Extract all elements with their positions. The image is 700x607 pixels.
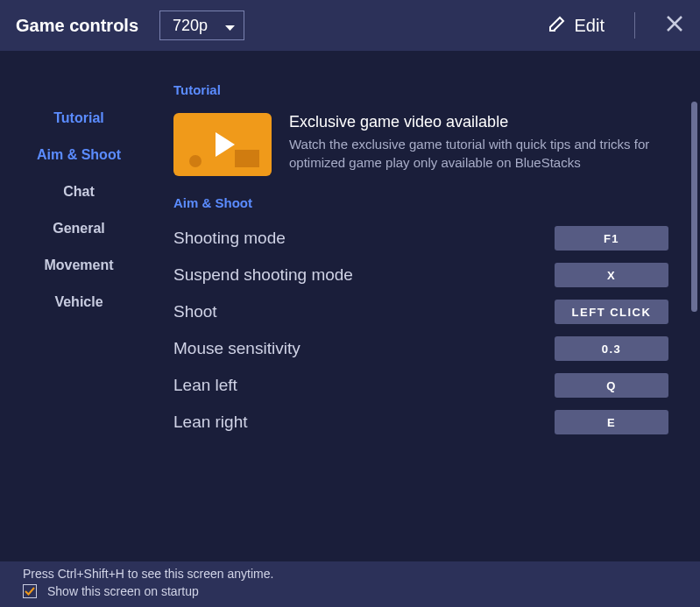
- tutorial-block: Exclusive game video available Watch the…: [173, 113, 668, 176]
- binding-row: Shoot LEFT CLICK: [173, 300, 668, 324]
- sidebar-item-aim-shoot[interactable]: Aim & Shoot: [37, 137, 121, 173]
- binding-label: Suspend shooting mode: [173, 265, 353, 285]
- sidebar-item-vehicle[interactable]: Vehicle: [54, 284, 103, 321]
- tutorial-video-description: Watch the exclusive game tutorial with q…: [289, 135, 668, 172]
- section-heading-aim-shoot: Aim & Shoot: [173, 195, 668, 210]
- scrollbar-thumb[interactable]: [691, 102, 697, 312]
- close-button[interactable]: [665, 14, 684, 37]
- binding-label: Mouse sensitivity: [173, 339, 301, 358]
- show-on-startup-checkbox[interactable]: [23, 584, 37, 598]
- header-divider: [634, 12, 635, 39]
- dropdown-caret-icon: [225, 17, 235, 35]
- tutorial-video-thumbnail[interactable]: [173, 113, 272, 176]
- tutorial-video-title: Exclusive game video available: [289, 113, 668, 131]
- edit-label: Edit: [575, 16, 605, 36]
- check-icon: [25, 586, 35, 596]
- resolution-value: 720p: [173, 17, 208, 35]
- header-bar: Game controls 720p Edit: [0, 0, 700, 51]
- close-icon: [665, 14, 684, 33]
- body-area: Tutorial Aim & Shoot Chat General Moveme…: [0, 51, 700, 561]
- sidebar-item-general[interactable]: General: [53, 210, 105, 247]
- sidebar-item-chat[interactable]: Chat: [63, 173, 95, 210]
- binding-label: Lean right: [173, 413, 248, 432]
- binding-key-input[interactable]: Q: [555, 373, 668, 398]
- sidebar-item-movement[interactable]: Movement: [44, 247, 113, 284]
- sidebar-item-tutorial[interactable]: Tutorial: [53, 100, 103, 137]
- binding-label: Lean left: [173, 376, 237, 395]
- binding-key-input[interactable]: X: [555, 263, 668, 287]
- binding-label: Shoot: [173, 302, 217, 321]
- footer-bar: Press Ctrl+Shift+H to see this screen an…: [0, 561, 700, 607]
- resolution-dropdown[interactable]: 720p: [159, 11, 244, 40]
- binding-key-input[interactable]: 0.3: [555, 336, 668, 361]
- binding-row: Suspend shooting mode X: [173, 263, 668, 287]
- binding-key-input[interactable]: E: [555, 410, 668, 434]
- sidebar: Tutorial Aim & Shoot Chat General Moveme…: [0, 51, 158, 561]
- window-title: Game controls: [16, 16, 138, 36]
- binding-row: Shooting mode F1: [173, 226, 668, 251]
- binding-row: Mouse sensitivity 0.3: [173, 336, 668, 361]
- footer-hint-text: Press Ctrl+Shift+H to see this screen an…: [23, 567, 677, 581]
- binding-row: Lean left Q: [173, 373, 668, 398]
- binding-row: Lean right E: [173, 410, 668, 434]
- footer-startup-option: Show this screen on startup: [23, 584, 677, 598]
- edit-button[interactable]: Edit: [548, 15, 605, 37]
- content-panel: Tutorial Exclusive game video available …: [158, 51, 700, 561]
- binding-label: Shooting mode: [173, 229, 286, 248]
- binding-key-input[interactable]: LEFT CLICK: [555, 300, 668, 324]
- tutorial-text: Exclusive game video available Watch the…: [289, 113, 668, 176]
- section-heading-tutorial: Tutorial: [173, 82, 668, 97]
- show-on-startup-label: Show this screen on startup: [47, 584, 199, 598]
- play-icon: [216, 132, 235, 157]
- binding-key-input[interactable]: F1: [555, 226, 668, 251]
- pencil-icon: [548, 15, 566, 37]
